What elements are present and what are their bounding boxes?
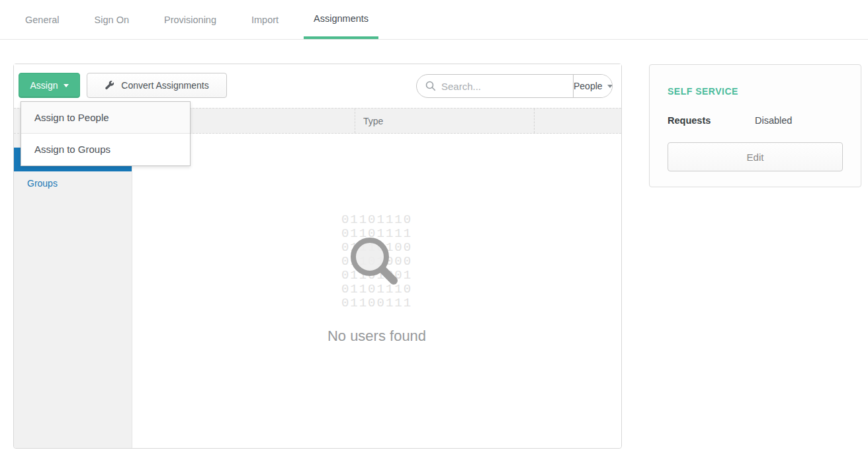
self-service-title: SELF SERVICE xyxy=(668,86,843,97)
assignments-table-body: 01101110 01101111 01110100 01101000 0110… xyxy=(132,134,621,448)
tab-assignments[interactable]: Assignments xyxy=(304,0,378,39)
menu-item-assign-to-people[interactable]: Assign to People xyxy=(21,102,190,134)
search-icon xyxy=(425,81,436,91)
tab-provisioning[interactable]: Provisioning xyxy=(164,0,216,39)
tab-general[interactable]: General xyxy=(25,0,60,39)
column-header-type: Type xyxy=(355,109,534,133)
caret-down-icon xyxy=(64,84,69,87)
column-header-actions xyxy=(534,109,621,133)
requests-row: Requests Disabled xyxy=(668,115,843,126)
search-scope-dropdown[interactable]: People xyxy=(573,75,613,97)
app-tabbar: General Sign On Provisioning Import Assi… xyxy=(0,0,868,40)
assignments-panel: Assign Convert Assignments Pe xyxy=(13,64,622,449)
binary-art-row: 01101110 xyxy=(132,213,621,227)
app-window: General Sign On Provisioning Import Assi… xyxy=(0,0,868,454)
search-field-wrap xyxy=(417,75,573,97)
self-service-panel: SELF SERVICE Requests Disabled Edit xyxy=(649,64,861,187)
tab-import[interactable]: Import xyxy=(251,0,279,39)
filter-sidebar: People Groups xyxy=(14,134,132,448)
search-control: People xyxy=(416,74,613,98)
wrench-icon xyxy=(105,80,115,91)
sidebar-item-groups[interactable]: Groups xyxy=(14,171,132,195)
search-scope-value: People xyxy=(574,81,603,91)
menu-item-assign-to-groups[interactable]: Assign to Groups xyxy=(21,134,190,165)
requests-value: Disabled xyxy=(755,115,792,126)
convert-assignments-button[interactable]: Convert Assignments xyxy=(87,73,227,98)
empty-state: 01101110 01101111 01110100 01101000 0110… xyxy=(132,134,621,448)
caret-down-icon xyxy=(607,85,613,88)
search-input[interactable] xyxy=(441,81,573,92)
requests-label: Requests xyxy=(668,115,755,126)
binary-art-row: 01100111 xyxy=(132,296,621,310)
assign-button-label: Assign xyxy=(30,80,58,91)
tab-sign-on[interactable]: Sign On xyxy=(95,0,129,39)
assign-button[interactable]: Assign xyxy=(19,73,80,98)
magnifier-icon xyxy=(343,230,411,298)
empty-state-message: No users found xyxy=(132,328,621,345)
assign-dropdown-menu: Assign to People Assign to Groups xyxy=(21,101,191,166)
convert-assignments-label: Convert Assignments xyxy=(121,80,208,91)
edit-button[interactable]: Edit xyxy=(668,142,843,171)
